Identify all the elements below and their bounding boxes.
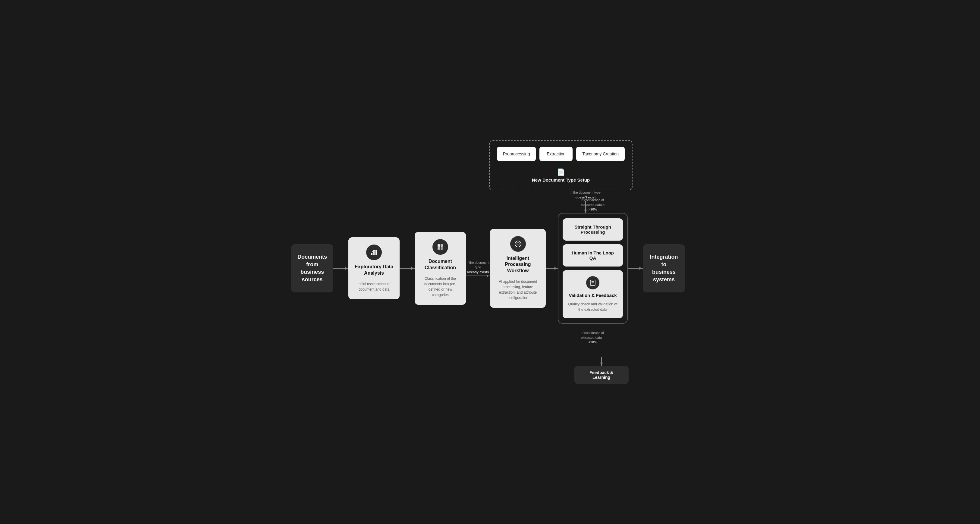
right-container: If confidence ofextracted data =>90% Str… bbox=[558, 213, 628, 324]
svg-rect-1 bbox=[371, 252, 372, 255]
classification-icon bbox=[433, 239, 448, 255]
main-diagram: Preprocessing Extraction Taxonomy Creati… bbox=[282, 128, 698, 396]
exploratory-desc: Initial assessment of document and data bbox=[355, 281, 394, 292]
arrow-exp-to-class bbox=[399, 268, 415, 268]
classification-desc: Classification of the documents into pre… bbox=[421, 276, 460, 297]
setup-tabs: Preprocessing Extraction Taxonomy Creati… bbox=[497, 147, 625, 161]
setup-dashed-box: Preprocessing Extraction Taxonomy Creati… bbox=[489, 140, 633, 191]
v-arrow-to-feedback bbox=[601, 357, 602, 366]
confidence-high-label: If confidence ofextracted data =>90% bbox=[558, 198, 627, 212]
svg-line-6 bbox=[372, 251, 373, 252]
label-already-exists: If the document typealready exists bbox=[466, 260, 490, 276]
intelligent-box: Intelligent Processing Workflow AI appli… bbox=[490, 229, 546, 308]
feedback-box: Feedback & Learning bbox=[574, 366, 628, 384]
setup-title: New Document Type Setup bbox=[532, 177, 590, 183]
svg-rect-9 bbox=[438, 247, 440, 250]
destination-box: Integration to business systems bbox=[643, 244, 685, 293]
tab-preprocessing: Preprocessing bbox=[497, 147, 536, 161]
svg-rect-10 bbox=[441, 247, 443, 250]
source-label: Documents from business sources bbox=[298, 254, 327, 283]
tab-taxonomy: Taxonomy Creation bbox=[576, 147, 625, 161]
feedback-section: Feedback & Learning bbox=[574, 357, 628, 384]
intelligent-icon bbox=[510, 236, 526, 252]
classification-box: Document Classification Classification o… bbox=[415, 232, 466, 305]
validation-title: Validation & Feedback bbox=[569, 292, 617, 299]
intelligent-title: Intelligent Processing Workflow bbox=[496, 256, 540, 274]
page-wrapper: Preprocessing Extraction Taxonomy Creati… bbox=[6, 128, 974, 396]
destination-label: Integration to business systems bbox=[650, 254, 678, 283]
arrow-intelligent-to-right bbox=[546, 268, 558, 268]
validation-icon bbox=[586, 276, 600, 289]
arrow-source-to-exp bbox=[333, 268, 348, 268]
validation-desc: Quality check and validation of the extr… bbox=[568, 302, 617, 312]
source-box: Documents from business sources bbox=[291, 244, 333, 293]
feedback-label: Feedback & Learning bbox=[589, 370, 613, 380]
exploratory-icon bbox=[366, 245, 382, 260]
svg-rect-7 bbox=[438, 244, 440, 247]
hitl-label: Human In The Loop QA bbox=[572, 250, 614, 260]
setup-area: Preprocessing Extraction Taxonomy Creati… bbox=[489, 140, 633, 191]
classification-title: Document Classification bbox=[421, 258, 460, 271]
tab-extraction: Extraction bbox=[539, 147, 573, 161]
confidence-low-label: If confidence ofextracted data =<90% bbox=[558, 331, 627, 345]
exploratory-title: Exploratory Data Analysis bbox=[355, 264, 394, 276]
hitl-box: Human In The Loop QA bbox=[563, 244, 623, 267]
exploratory-box: Exploratory Data Analysis Initial assess… bbox=[348, 237, 399, 299]
flow-row: Documents from business sources bbox=[291, 213, 689, 324]
svg-point-12 bbox=[517, 243, 519, 245]
svg-rect-8 bbox=[441, 244, 443, 247]
svg-point-4 bbox=[373, 250, 375, 251]
svg-rect-3 bbox=[375, 250, 377, 255]
document-icon: 📄 bbox=[557, 168, 565, 176]
arrow-right-to-dest bbox=[628, 268, 643, 268]
stp-box: Straight Through Processing bbox=[563, 218, 623, 241]
intelligent-desc: AI applied for document processing, feat… bbox=[496, 279, 540, 300]
stp-label: Straight Through Processing bbox=[574, 224, 611, 235]
svg-rect-2 bbox=[373, 251, 375, 255]
setup-title-area: 📄 New Document Type Setup bbox=[532, 168, 590, 183]
validation-box: Validation & Feedback Quality check and … bbox=[563, 270, 623, 318]
